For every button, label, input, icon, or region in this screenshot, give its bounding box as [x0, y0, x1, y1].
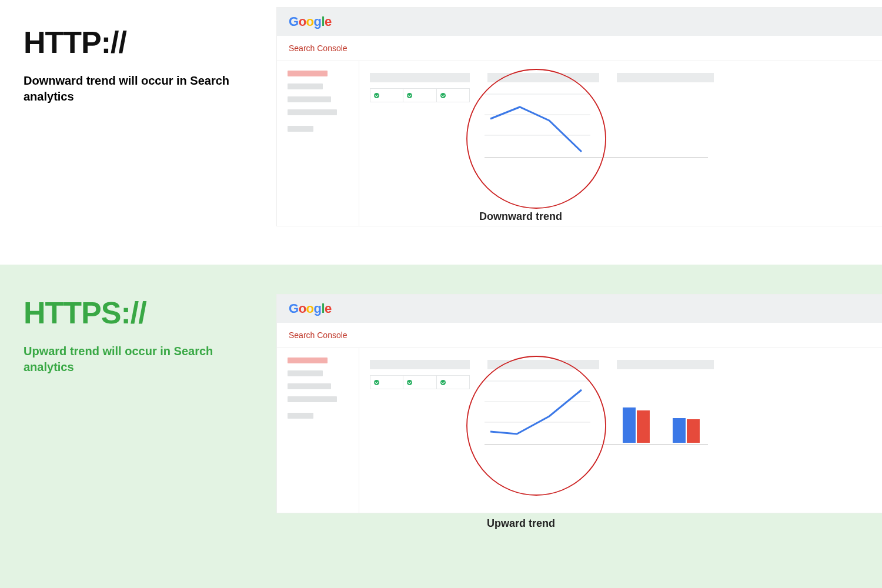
trend-chart-card — [487, 73, 599, 226]
https-panel: HTTPS:// Upward trend will occur in Sear… — [0, 265, 882, 588]
check-icon — [440, 380, 446, 385]
console-body — [277, 348, 882, 513]
card-header-placeholder — [370, 360, 470, 369]
console-main — [359, 61, 882, 226]
sidebar-item — [288, 370, 323, 376]
chart-caption-down: Downward trend — [479, 211, 562, 223]
http-protocol-heading: HTTP:// — [24, 26, 235, 59]
status-tab — [403, 89, 436, 102]
check-icon — [407, 93, 412, 98]
status-tab — [437, 376, 469, 389]
line-chart-down — [487, 88, 599, 171]
svg-rect-13 — [687, 419, 700, 443]
svg-point-4 — [467, 69, 606, 208]
google-logo: Google — [289, 14, 332, 29]
search-console-mock-top: Google Search Console — [276, 7, 882, 226]
status-tab — [437, 89, 469, 102]
bar-chart-card — [617, 360, 714, 513]
check-icon — [407, 380, 412, 385]
sidebar-item-active — [288, 71, 328, 76]
bar-chart — [617, 375, 714, 457]
line-chart-up — [487, 375, 599, 457]
sidebar-item — [288, 413, 313, 419]
http-panel: HTTP:// Downward trend will occur in Sea… — [0, 0, 882, 265]
status-tabs — [370, 375, 470, 389]
https-protocol-heading: HTTPS:// — [24, 297, 235, 329]
sidebar-item-active — [288, 358, 328, 363]
chart-caption-up: Upward trend — [487, 517, 555, 530]
sidebar-item — [288, 383, 331, 389]
console-topbar: Google — [277, 295, 882, 323]
sidebar-item — [288, 396, 337, 402]
svg-rect-10 — [623, 407, 636, 443]
check-icon — [374, 93, 379, 98]
trend-chart-card — [487, 360, 599, 513]
console-body — [277, 61, 882, 226]
google-logo: Google — [289, 301, 332, 316]
check-icon — [440, 93, 446, 98]
card-header-placeholder — [370, 73, 470, 82]
http-subtitle: Downward trend will occur in Search anal… — [24, 73, 235, 105]
status-tabs — [370, 88, 470, 102]
status-tab — [403, 376, 436, 389]
console-sidebar — [277, 348, 359, 513]
sidebar-item — [288, 96, 331, 102]
metric-card-left — [370, 73, 470, 226]
metric-card-right — [617, 73, 714, 226]
svg-rect-11 — [637, 410, 650, 443]
card-header-placeholder — [617, 360, 714, 369]
search-console-mock-bottom: Google Search Console — [276, 294, 882, 513]
console-product-label: Search Console — [277, 323, 882, 348]
sidebar-item — [288, 109, 337, 115]
svg-point-9 — [467, 356, 606, 495]
card-header-placeholder — [617, 73, 714, 82]
console-product-label: Search Console — [277, 36, 882, 61]
console-topbar: Google — [277, 8, 882, 36]
status-tab — [370, 376, 403, 389]
svg-rect-12 — [673, 418, 686, 443]
status-tab — [370, 89, 403, 102]
http-left-block: HTTP:// Downward trend will occur in Sea… — [24, 26, 235, 105]
sidebar-item — [288, 83, 323, 89]
sidebar-item — [288, 126, 313, 132]
https-left-block: HTTPS:// Upward trend will occur in Sear… — [24, 297, 235, 375]
console-main — [359, 348, 882, 513]
console-sidebar — [277, 61, 359, 226]
check-icon — [374, 380, 379, 385]
https-subtitle: Upward trend will occur in Search analyt… — [24, 343, 235, 375]
metric-card-left — [370, 360, 470, 513]
